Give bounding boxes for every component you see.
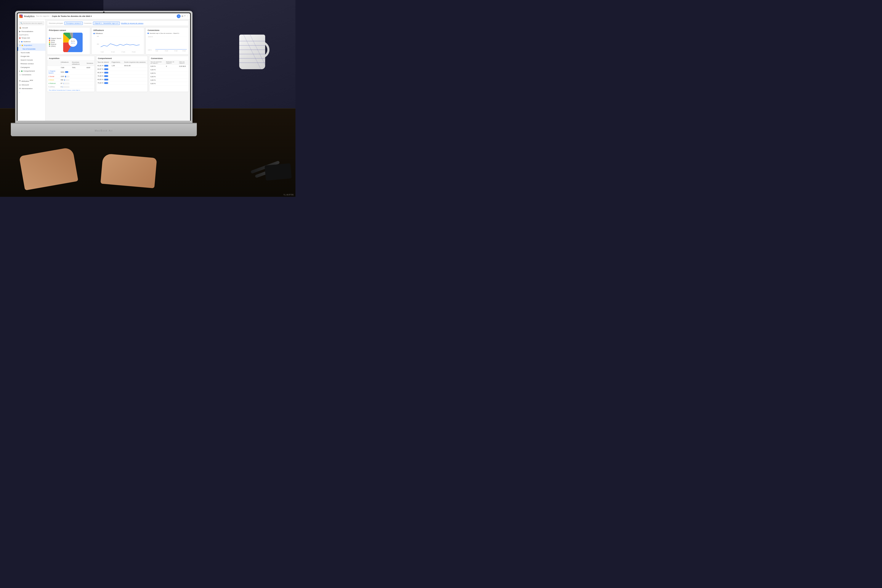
- main-content: 🔍 Rechercher dans les rapport 🏠 Accueil …: [18, 19, 190, 121]
- comp-row2-pages: [110, 68, 123, 71]
- bounce-bar-3: 80,32 %: [98, 72, 109, 74]
- conv-col-rate[interactable]: Taux de conversion de l'objectif 1: [149, 60, 165, 64]
- conversion-select[interactable]: Objectif 1 : Newsletter sign in ▾: [93, 22, 120, 25]
- sidebar-collapse-btn[interactable]: ‹: [18, 90, 45, 94]
- acq-row5-users: 3: [59, 85, 70, 88]
- analytics-app: Analytics Tous les rapports > Copie de T…: [18, 13, 190, 121]
- acquisition-table-title: Acquisition: [47, 56, 94, 60]
- sidebar-item-tout-trafic[interactable]: Tout le trafic: [18, 51, 45, 54]
- comportement-table: Taux de rebond Pages/sess... Durée moyen…: [96, 60, 147, 85]
- acq-row4-label: 4 Referral: [47, 82, 59, 85]
- acq-total-label: [47, 66, 59, 69]
- acq-total-new: 7041: [71, 66, 86, 69]
- legend-social: Social: [49, 40, 62, 41]
- acq-col-users[interactable]: Utilisateurs ↑: [59, 60, 70, 66]
- svg-text:51 %: 51 %: [71, 40, 75, 42]
- acq-col-channel: [47, 60, 59, 66]
- modifier-link[interactable]: Modifier le groupe de canaux: [121, 22, 143, 24]
- conversions-chart-title: Conversions: [147, 29, 187, 32]
- sidebar-item-audience[interactable]: ▶ Audience: [18, 40, 45, 44]
- comportement-icon: [21, 70, 22, 72]
- filter-bar: Dimension principale Principaux canaux ▾…: [47, 21, 189, 26]
- page-title[interactable]: Copie de Toutes les données du site Web …: [52, 15, 92, 17]
- screen-border: Analytics Tous les rapports > Copie de T…: [17, 12, 191, 121]
- legend-direct: Direct: [49, 42, 62, 43]
- conv-col-real[interactable]: Réalisation de l'objectif 1: [165, 60, 178, 64]
- table-row: 0,00 %: [149, 82, 189, 86]
- svg-text:60 %: 60 %: [71, 42, 75, 44]
- acq-row1-sessions: [85, 69, 94, 75]
- bottom-row: Acquisition Utilisateurs ↑ Nouveaux util…: [47, 56, 189, 92]
- table-row: 5 (Other) 3: [47, 85, 94, 88]
- sidebar-item-acquisition[interactable]: ▼ Acquisition: [18, 44, 45, 47]
- conv-row1-rate: 0,00 %: [149, 64, 165, 68]
- comp-row6-pages: [110, 81, 123, 85]
- sidebar-label-audience: Audience: [23, 40, 30, 43]
- more-icon[interactable]: ⋮: [186, 15, 188, 17]
- pie-chart-card: Principaux canaux Organic Search: [47, 27, 90, 54]
- acquisition-icon: [22, 45, 23, 46]
- sidebar-item-home[interactable]: 🏠 Accueil: [18, 26, 45, 30]
- comp-col-pages[interactable]: Pages/sess...: [110, 60, 123, 64]
- comp-col-bounce[interactable]: Taux de rebond: [96, 60, 110, 64]
- conv-row6-real: [165, 82, 178, 86]
- sidebar-item-search-console[interactable]: Search Console: [18, 58, 45, 62]
- sidebar-item-personalise[interactable]: ▶ Personalisation: [18, 30, 45, 33]
- conv-row3-real: [165, 72, 178, 75]
- sidebar-item-campagnes[interactable]: Campagnes: [18, 66, 45, 69]
- footer-note[interactable]: Pour afficher l'ensemble des 5 Canaux, r…: [47, 88, 94, 92]
- comp-row4-pages: [110, 74, 123, 78]
- sidebar-item-administration[interactable]: ⚙ Administration: [18, 87, 45, 90]
- acq-row2-label: 2 Social: [47, 75, 59, 78]
- acq-col-new-users[interactable]: Nouveaux utilisateurs: [71, 60, 86, 66]
- macbook-hinge: [11, 123, 197, 124]
- mug-stripes-svg: [239, 34, 265, 69]
- bar-cell-5: 3: [60, 86, 69, 88]
- acq-row2-new: [71, 75, 86, 78]
- acquisition-arrow: ▼: [19, 45, 21, 46]
- bar-cell-4: 97: [60, 82, 69, 84]
- conv-row1-value: 0,00 $US: [178, 64, 189, 68]
- comp-row4-duration: [123, 74, 147, 78]
- sidebar-item-reseaux-sociaux[interactable]: Réseaux sociaux: [18, 62, 45, 66]
- bar-cell-3: 556: [60, 79, 69, 81]
- svg-line-31: [243, 34, 261, 69]
- conversions-chart-card: Conversions Newsletter sign in (Taux de …: [146, 27, 189, 54]
- conv-row2-value: [178, 68, 189, 72]
- sidebar-item-google-ads[interactable]: Google Ads: [18, 54, 45, 58]
- sidebar-label-reseaux-sociaux: Réseaux sociaux: [21, 63, 34, 64]
- sidebar-item-attribution[interactable]: ◈ Attribution NEW: [18, 79, 45, 83]
- conv-col-value[interactable]: Valeur de l'objectif 1: [178, 60, 189, 64]
- sidebar-item-temps-reel[interactable]: Temps réel: [18, 36, 45, 40]
- acq-col-sessions[interactable]: Sessions: [85, 60, 94, 66]
- segment-select[interactable]: Principaux canaux ▾: [64, 22, 83, 25]
- users-line-svg: 400 200: [93, 35, 142, 52]
- phone: [264, 163, 292, 181]
- sidebar-label-acquisition: Acquisition: [24, 44, 32, 46]
- conv-row2-real: [165, 68, 178, 72]
- pie-chart-title: Principaux canaux: [49, 29, 88, 32]
- sidebar-item-vue-densemble[interactable]: Vue d'ensemble: [18, 47, 45, 51]
- screen: Analytics Tous les rapports > Copie de T…: [18, 13, 190, 121]
- utilisateurs-legend: Utilisateurs: [93, 33, 142, 34]
- acq-row3-users: 556: [59, 78, 70, 82]
- svg-text:3 août: 3 août: [100, 51, 104, 52]
- comp-col-duration[interactable]: Durée moyenne des sessions: [123, 60, 147, 64]
- search-placeholder: Rechercher dans les rapport: [23, 22, 42, 24]
- legend-dot-social: [49, 40, 50, 41]
- legend-referral: Referral: [49, 44, 62, 45]
- bounce-bar-2: 82,87 %: [98, 68, 109, 70]
- sidebar-item-conversions[interactable]: ◎ Conversions: [18, 73, 45, 76]
- sidebar-search[interactable]: 🔍 Rechercher dans les rapport: [19, 21, 44, 25]
- sidebar-label-decouvrir: Découvrir: [22, 84, 29, 86]
- sidebar-item-decouvrir[interactable]: ◎ Découvrir: [18, 83, 45, 87]
- conv-row4-real: [165, 75, 178, 78]
- user-avatar[interactable]: U: [177, 14, 181, 18]
- svg-text:100,00 %: 100,00 %: [148, 36, 153, 38]
- grid-icon[interactable]: ⊞: [182, 15, 183, 17]
- legend-dot-referral: [49, 44, 50, 45]
- bounce-bar-5: 83,65 %: [98, 78, 109, 81]
- sidebar-item-comportement[interactable]: ▶ Comportement: [18, 69, 45, 73]
- table-row: 0,00 %: [149, 72, 189, 75]
- help-icon[interactable]: ?: [184, 15, 185, 17]
